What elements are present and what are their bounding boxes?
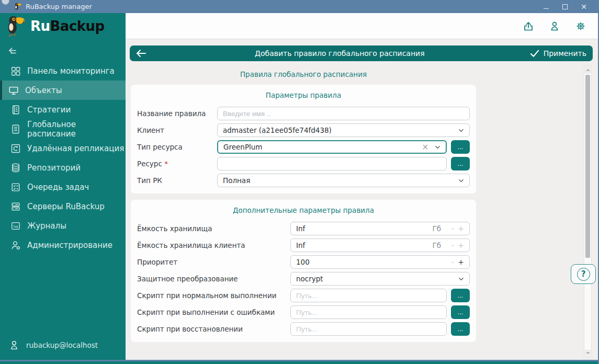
minus-button[interactable]: - [448,241,457,249]
apply-button[interactable]: Применить [530,49,586,58]
plus-button[interactable]: + [457,224,465,233]
chevron-down-icon [434,143,442,151]
app-toucan-icon [14,3,22,11]
plus-button[interactable]: + [457,241,465,249]
maximize-button[interactable] [559,2,571,12]
sidebar-item-objects[interactable]: Объекты [0,81,126,100]
database-icon [10,163,21,173]
svg-text:log: log [14,224,18,228]
card-title: Дополнительные параметры правила [137,206,470,214]
sidebar-item-task-queue[interactable]: Очередь задач [0,177,126,197]
settings-button[interactable] [574,19,587,33]
script-restore-browse-button[interactable]: ... [451,322,470,336]
minus-button[interactable]: - [448,224,457,233]
close-icon: ✕ [581,3,587,10]
chevron-down-icon [457,275,465,283]
help-button[interactable]: ? [571,264,596,284]
sidebar-item-label: Удалённая репликация [27,144,124,153]
script-error-input[interactable] [290,305,447,319]
required-asterisk: * [164,160,168,168]
field-label: Ёмкость хранилища [137,224,290,233]
backup-type-value: Полная [223,176,457,185]
priority-stepper[interactable]: 100 - + [290,255,470,269]
form-title: Добавить правило глобального расписания [150,49,530,58]
script-normal-input[interactable] [290,289,447,302]
settings-gear-icon [574,20,587,32]
additional-parameters-card: Дополнительные параметры правила Ёмкость… [131,200,476,342]
upload-button[interactable] [522,19,535,33]
field-row-resource: Ресурс * ... [137,157,470,170]
sidebar-item-dashboard[interactable]: Панель мониторинга [0,61,126,81]
resource-type-value: GreenPlum [223,143,422,151]
resource-type-combobox[interactable]: GreenPlum × [217,140,447,154]
field-row-crypto: Защитное преобразование nocrypt [137,272,470,286]
script-restore-input[interactable] [290,322,447,336]
sidebar-item-global-schedule[interactable]: Глобальное расписание [0,119,126,139]
field-row-script-error: Скрипт при выполнении с ошибками ... [137,305,470,319]
scroll-down-icon [586,352,590,355]
vertical-scrollbar[interactable] [584,65,592,358]
brand-name: RuBackup [30,18,105,34]
scrollbar-thumb[interactable] [585,75,590,258]
unit-label: Гб [432,224,441,233]
resource-browse-button[interactable]: ... [451,157,470,170]
crypto-value: nocrypt [296,275,457,283]
maximize-icon [562,4,568,9]
toucan-logo-icon [5,15,26,38]
clear-icon[interactable]: × [422,142,428,152]
user-icon [9,340,19,350]
resource-input[interactable] [217,157,447,170]
apply-label: Применить [544,49,586,58]
storage-capacity-stepper[interactable]: Inf Гб - + [290,222,470,235]
window-title: RuBackup manager [26,3,92,10]
topbar [126,13,598,39]
current-user: rubackup@localhost [0,340,126,360]
sidebar-item-administration[interactable]: Администрирование [0,235,126,255]
upload-icon [522,20,535,32]
sidebar-item-label: Глобальное расписание [27,120,126,139]
field-label: Скрипт при выполнении с ошибками [137,308,290,316]
client-storage-capacity-stepper[interactable]: Inf Гб - + [290,238,470,252]
minimize-button[interactable] [540,2,552,12]
strategies-document-icon [10,105,21,115]
client-storage-capacity-value: Inf [296,241,432,249]
replication-icon [10,143,21,154]
sidebar-item-remote-replication[interactable]: Удалённая репликация [0,139,126,158]
admin-user-gear-icon [10,240,21,251]
crypto-select[interactable]: nocrypt [290,272,470,286]
form-content: Добавить правило глобального расписания … [126,39,598,360]
rule-name-input[interactable] [217,107,470,120]
storage-capacity-value: Inf [296,224,432,233]
script-normal-browse-button[interactable]: ... [451,289,470,302]
resource-type-browse-button[interactable]: ... [451,140,470,154]
sidebar-item-repository[interactable]: Репозиторий [0,158,126,177]
unit-label: Гб [432,241,441,249]
field-label: Приоритет [137,258,290,266]
minus-button[interactable]: - [448,258,457,266]
form-header-bar: Добавить правило глобального расписания … [130,46,593,61]
sidebar-item-logs[interactable]: log Журналы [0,216,126,235]
client-select[interactable]: admaster (a21ee05fe74fd438) [217,123,470,137]
script-error-browse-button[interactable]: ... [451,305,470,319]
sidebar-item-servers[interactable]: Серверы RuBackup [0,197,126,216]
field-label: Тип ресурса [137,143,217,151]
close-button[interactable]: ✕ [578,2,590,12]
sidebar-item-label: Очередь задач [27,183,89,192]
user-menu-button[interactable] [548,19,561,33]
task-queue-icon [10,182,21,192]
field-label: Ёмкость хранилища клиента [137,241,290,249]
sidebar-collapse-button[interactable] [0,42,126,59]
sidebar-nav: Панель мониторинга Объекты Стратегии [0,61,126,255]
field-row-priority: Приоритет 100 - + [137,255,470,269]
card-title: Параметры правила [137,91,470,99]
chevron-down-icon [457,127,465,134]
dashboard-icon [10,66,21,76]
back-button[interactable] [136,49,150,58]
plus-button[interactable]: + [457,258,465,266]
sidebar: RuBackup Панель мониторинга [0,13,126,360]
scroll-down-button[interactable] [585,350,591,357]
backup-type-select[interactable]: Полная [217,174,470,187]
scroll-up-button[interactable] [585,66,591,73]
brand-logo: RuBackup [0,13,126,39]
sidebar-item-strategies[interactable]: Стратегии [0,100,126,119]
